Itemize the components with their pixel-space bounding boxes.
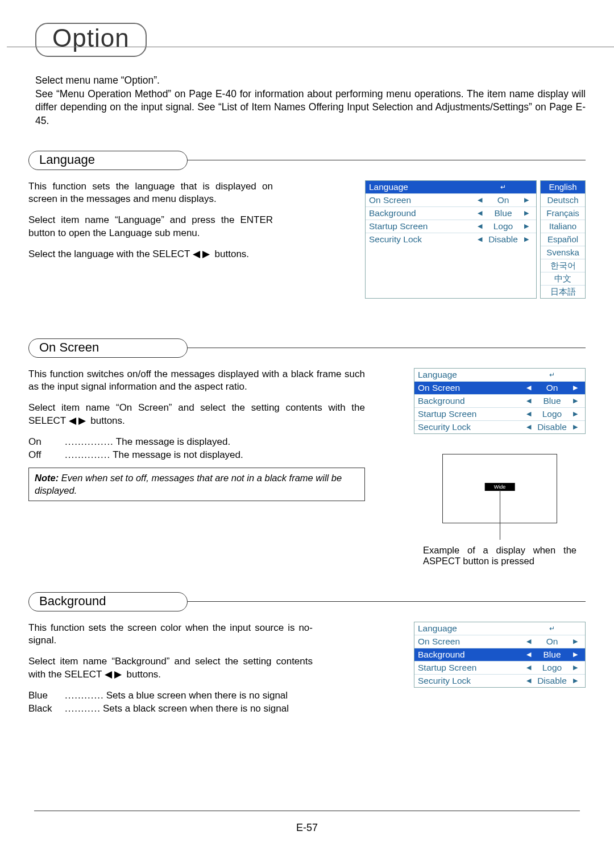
osd-row[interactable]: On Screen◀On▶ [366, 194, 536, 207]
osd-row-label: Language [369, 182, 474, 192]
osd-row-label: Language [418, 623, 522, 634]
option-label: On [28, 436, 63, 449]
osd-row-label: Startup Screen [418, 409, 522, 419]
section-background: Background This function sets the screen… [28, 592, 586, 716]
dots: ........... [63, 702, 103, 716]
section-onscreen: On Screen This function switches on/off … [28, 338, 586, 567]
osd-row[interactable]: Startup Screen◀Logo▶ [414, 408, 585, 421]
section-heading: On Screen [28, 338, 188, 358]
page-title: Option [35, 23, 147, 57]
triangle-right-icon: ▶ [573, 397, 578, 404]
triangle-left-icon: ◀ [526, 677, 531, 684]
select-arrows-icon: ◀▶ [193, 249, 212, 259]
triangle-right-icon: ▶ [573, 664, 578, 671]
enter-icon: ↵ [549, 625, 555, 633]
language-p3-pre: Select the language with the SELECT [28, 249, 193, 259]
background-p2-post: buttons. [127, 669, 161, 680]
osd-row-label: Background [418, 650, 522, 660]
background-p2-pre: Select item name “Background” and select… [28, 656, 313, 680]
note-title: Note: [35, 473, 59, 483]
osd-row-value: Logo [493, 221, 513, 232]
osd-row[interactable]: On Screen◀On▶ [414, 382, 585, 395]
select-arrows-icon: ◀▶ [105, 669, 124, 680]
triangle-right-icon: ▶ [573, 423, 578, 431]
triangle-left-icon: ◀ [526, 397, 531, 404]
osd-menu-background: Language↵On Screen◀On▶Background◀Blue▶St… [414, 622, 586, 688]
osd-row[interactable]: Background◀Blue▶ [414, 648, 585, 662]
background-p2: Select item name “Background” and select… [28, 655, 313, 681]
option-desc: Sets a blue screen when there is no sign… [106, 689, 313, 702]
note-body: Even when set to off, messages that are … [35, 473, 342, 495]
osd-row[interactable]: Security Lock◀Disable▶ [366, 233, 536, 246]
osd-row[interactable]: Background◀Blue▶ [414, 395, 585, 408]
osd-row-value: On [546, 636, 558, 647]
osd-row[interactable]: Startup Screen◀Logo▶ [414, 662, 585, 675]
osd-menu-onscreen: Language↵On Screen◀On▶Background◀Blue▶St… [414, 368, 586, 434]
intro-line-2: See “Menu Operation Method” on Page E-40… [35, 88, 586, 128]
option-desc: Sets a black screen when there is no sig… [103, 702, 313, 716]
osd-row[interactable]: Language↵ [366, 181, 536, 194]
osd-row[interactable]: Background◀Blue▶ [366, 207, 536, 220]
language-option[interactable]: Español [541, 233, 585, 246]
triangle-left-icon: ◀ [526, 638, 531, 645]
note-box: Note: Even when set to off, messages tha… [28, 468, 365, 501]
language-option[interactable]: 日本語 [541, 286, 585, 298]
language-option[interactable]: 한국어 [541, 259, 585, 272]
language-option[interactable]: Italiano [541, 220, 585, 233]
triangle-right-icon: ▶ [573, 651, 578, 658]
osd-row-label: Security Lock [418, 422, 522, 432]
language-option[interactable]: Français [541, 207, 585, 220]
osd-row-label: Background [418, 396, 522, 406]
option-desc: The message is displayed. [116, 436, 365, 449]
pointer-line [500, 490, 500, 540]
osd-row[interactable]: Security Lock◀Disable▶ [414, 421, 585, 433]
enter-icon: ↵ [500, 183, 506, 191]
option-label: Blue [28, 689, 63, 702]
triangle-right-icon: ▶ [524, 209, 529, 217]
osd-row-label: Startup Screen [369, 221, 474, 232]
enter-icon: ↵ [549, 371, 555, 379]
triangle-left-icon: ◀ [526, 651, 531, 658]
page-number: E-57 [0, 822, 614, 834]
osd-row-label: On Screen [418, 383, 522, 393]
triangle-left-icon: ◀ [526, 410, 531, 418]
osd-row-value: Disable [537, 422, 567, 432]
section-rule [188, 160, 586, 160]
onscreen-p1: This function switches on/off the messag… [28, 368, 365, 394]
osd-row-value: Blue [494, 208, 512, 218]
language-option[interactable]: 中文 [541, 272, 585, 286]
language-p1: This function sets the language that is … [28, 180, 273, 206]
language-option[interactable]: English [541, 181, 585, 194]
language-text: This function sets the language that is … [28, 180, 273, 270]
osd-row[interactable]: Language↵ [414, 622, 585, 635]
osd-row-value: Blue [543, 650, 561, 660]
background-p1: This function sets the screen color when… [28, 622, 313, 648]
language-p3: Select the language with the SELECT ◀▶ b… [28, 248, 273, 261]
triangle-right-icon: ▶ [524, 222, 529, 230]
wide-preview-block: Wide Example of a display when the ASPEC… [414, 454, 586, 567]
osd-row[interactable]: Security Lock◀Disable▶ [414, 675, 585, 687]
osd-row-label: Startup Screen [418, 663, 522, 673]
osd-row[interactable]: On Screen◀On▶ [414, 635, 585, 648]
language-option[interactable]: Svenska [541, 246, 585, 259]
osd-row-label: Background [369, 208, 474, 218]
wide-caption: Example of a display when the ASPECT but… [423, 545, 576, 567]
intro-text: Select menu name “Option”. See “Menu Ope… [35, 74, 586, 128]
osd-row[interactable]: Language↵ [414, 369, 585, 382]
dots: ............ [63, 689, 106, 702]
osd-row-label: On Screen [418, 636, 522, 647]
option-label: Black [28, 702, 63, 716]
triangle-left-icon: ◀ [526, 384, 531, 391]
osd-row-value: On [546, 383, 558, 393]
onscreen-p2-post: buttons. [90, 415, 125, 426]
title-rule [7, 47, 614, 47]
option-blue: Blue ............ Sets a blue screen whe… [28, 689, 313, 702]
language-option[interactable]: Deutsch [541, 194, 585, 207]
language-submenu: EnglishDeutschFrançaisItalianoEspañolSve… [540, 180, 586, 299]
osd-row[interactable]: Startup Screen◀Logo▶ [366, 220, 536, 233]
wide-preview: Wide [442, 454, 557, 523]
triangle-right-icon: ▶ [573, 410, 578, 418]
onscreen-p2: Select item name “On Screen” and select … [28, 402, 365, 428]
section-heading: Language [28, 151, 188, 170]
triangle-left-icon: ◀ [526, 423, 531, 431]
